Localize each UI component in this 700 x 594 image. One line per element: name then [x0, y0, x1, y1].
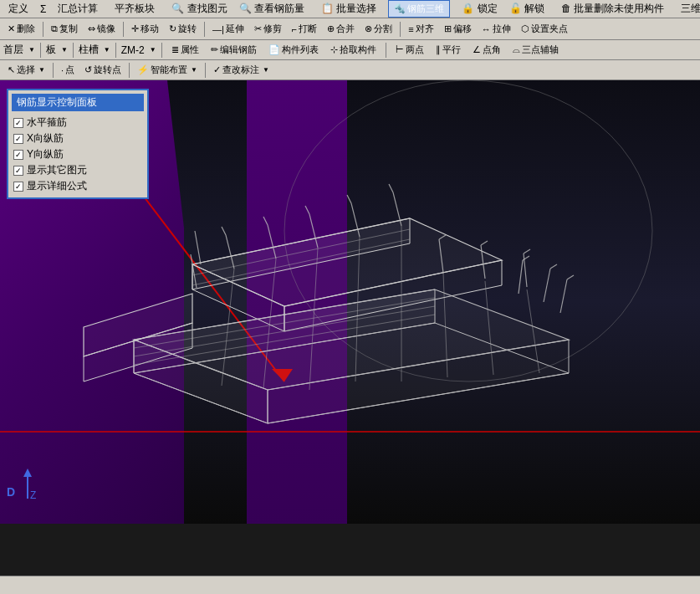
checkbox-2[interactable]: ✓	[13, 150, 23, 160]
purple-column-center	[247, 80, 347, 524]
svg-marker-53	[23, 469, 32, 477]
menu-sigma[interactable]: Σ	[35, 2, 51, 17]
panel-item-3[interactable]: ✓ 显示其它图元	[12, 162, 144, 178]
btn-copy[interactable]: ⧉ 复制	[47, 20, 82, 38]
three-point-icon: ⌓	[513, 44, 520, 55]
menu-lock[interactable]: 🔒 锁定	[457, 0, 502, 18]
split-icon: ⊗	[365, 23, 372, 34]
batch-icon: 📋	[321, 3, 334, 14]
btn-three-point[interactable]: ⌓ 三点辅轴	[508, 41, 563, 59]
btn-set-grip[interactable]: ⬡ 设置夹点	[517, 20, 572, 38]
btn-two-point[interactable]: ⊢ 两点	[391, 41, 428, 59]
sep8	[161, 43, 162, 58]
btn-split[interactable]: ⊗ 分割	[360, 20, 396, 38]
smart-arrow: ▼	[191, 66, 197, 74]
list-icon: 📄	[268, 44, 280, 55]
control-panel-title: 钢筋显示控制面板	[12, 94, 144, 111]
sep5	[40, 43, 41, 58]
btn-delete[interactable]: ✕ 删除	[3, 20, 39, 38]
z-axis: Z	[15, 467, 40, 503]
merge-icon: ⊕	[327, 23, 335, 34]
menu-3d-rebar[interactable]: 🔩 钢筋三维	[388, 0, 450, 18]
btn-smart-layout[interactable]: ⚡ 智能布置 ▼	[133, 61, 202, 79]
btn-component-list[interactable]: 📄 构件列表	[264, 41, 323, 59]
layer-arrow: ▼	[28, 46, 35, 54]
btn-properties[interactable]: ≣ 属性	[167, 41, 203, 59]
menu-3d-view[interactable]: 三维	[676, 0, 700, 18]
panel-item-2[interactable]: ✓ Y向纵筋	[12, 146, 144, 162]
btn-pick-component[interactable]: ⊹ 拾取构件	[326, 41, 381, 59]
btn-trim[interactable]: ✂ 修剪	[250, 20, 286, 38]
menu-batch-select[interactable]: 📋 批量选择	[316, 0, 381, 18]
panel-label-1: X向纵筋	[27, 131, 64, 146]
sep7	[115, 43, 116, 58]
checkbox-3[interactable]: ✓	[13, 166, 23, 176]
rotate-icon: ↻	[169, 23, 176, 34]
btn-stretch[interactable]: ↔ 拉伸	[478, 20, 515, 38]
menu-view-rebar[interactable]: 🔍 查看钢筋量	[234, 0, 309, 18]
checkbox-0[interactable]: ✓	[13, 118, 23, 128]
col-label: 柱槽	[79, 43, 99, 57]
menu-align-panel[interactable]: 平齐板块	[110, 0, 160, 18]
btn-point[interactable]: · 点	[57, 61, 79, 79]
btn-extend[interactable]: —| 延伸	[208, 20, 248, 38]
check-arrow: ▼	[263, 66, 269, 74]
select-toolbar: ↖ 选择 ▼ · 点 ↺ 旋转点 ⚡ 智能布置 ▼ ✓ 查改标注 ▼	[0, 60, 700, 80]
sep4	[400, 22, 401, 37]
layer-toolbar: 首层 ▼ 板 ▼ 柱槽 ▼ ZM-2 ▼ ≣ 属性 ✏ 编辑钢筋 📄 构件列表 …	[0, 40, 700, 60]
panel-item-0[interactable]: ✓ 水平箍筋	[12, 115, 144, 131]
panel-label-3: 显示其它图元	[27, 163, 87, 177]
align-icon: ≡	[408, 24, 413, 34]
select-icon: ↖	[8, 64, 15, 75]
find-icon: 🔍	[171, 3, 184, 14]
panel-item-4[interactable]: ✓ 显示详细公式	[12, 178, 144, 194]
smart-icon: ⚡	[137, 64, 149, 75]
btn-parallel[interactable]: ∥ 平行	[432, 41, 465, 59]
btn-select[interactable]: ↖ 选择 ▼	[3, 61, 49, 79]
menu-summary[interactable]: 汇总计算	[53, 0, 103, 18]
menu-unlock[interactable]: 🔓 解锁	[504, 0, 549, 18]
btn-edit-rebar[interactable]: ✏ 编辑钢筋	[207, 41, 261, 59]
checkbox-4[interactable]: ✓	[13, 182, 23, 192]
menu-batch-delete[interactable]: 🗑 批量删除未使用构件	[556, 0, 669, 18]
btn-rotate[interactable]: ↻ 旋转	[165, 20, 201, 38]
stretch-icon: ↔	[482, 24, 491, 34]
checkbox-1[interactable]: ✓	[13, 134, 23, 144]
d-label: D	[7, 485, 15, 499]
btn-align[interactable]: ≡ 对齐	[404, 20, 437, 38]
view-icon: 🔍	[239, 3, 252, 14]
btn-mirror[interactable]: ⇔ 镜像	[84, 20, 120, 38]
grip-icon: ⬡	[521, 23, 529, 34]
btn-check-annotation[interactable]: ✓ 查改标注 ▼	[209, 61, 273, 79]
props-icon: ≣	[171, 44, 179, 55]
lock-icon: 🔒	[462, 3, 474, 14]
btn-break[interactable]: ⌐ 打断	[288, 20, 321, 38]
extend-icon: —|	[212, 24, 224, 34]
svg-text:Z: Z	[30, 489, 36, 500]
btn-move[interactable]: ✛ 移动	[127, 20, 163, 38]
two-point-icon: ⊢	[396, 44, 404, 55]
pick-icon: ⊹	[330, 44, 338, 55]
trim-icon: ✂	[254, 23, 262, 34]
btn-merge[interactable]: ⊕ 合并	[323, 20, 359, 38]
btn-point-angle[interactable]: ∠ 点角	[468, 41, 505, 59]
mirror-icon: ⇔	[88, 23, 95, 34]
btn-rotate-point[interactable]: ↺ 旋转点	[80, 61, 125, 79]
panel-label-4: 显示详细公式	[27, 179, 87, 193]
menu-find-element[interactable]: 🔍 查找图元	[166, 0, 232, 18]
type-label: 板	[46, 43, 56, 57]
panel-item-1[interactable]: ✓ X向纵筋	[12, 131, 144, 146]
batch-delete-icon: 🗑	[561, 3, 571, 14]
viewport: D Z 钢筋显示控制面板 ✓ 水平箍筋 ✓ X向纵筋 ✓ Y向纵筋 ✓ 显示其它…	[0, 80, 700, 524]
sep12	[205, 63, 206, 78]
panel-label-2: Y向纵筋	[27, 147, 64, 161]
rotate-point-icon: ↺	[84, 64, 92, 75]
angle-icon: ∠	[473, 44, 481, 55]
sep9	[386, 43, 386, 58]
offset-icon: ⊞	[444, 23, 452, 34]
btn-offset[interactable]: ⊞ 偏移	[440, 20, 476, 38]
menu-define[interactable]: 定义	[3, 0, 33, 18]
move-icon: ✛	[131, 23, 139, 34]
sep11	[129, 63, 130, 78]
edit-toolbar: ✕ 删除 ⧉ 复制 ⇔ 镜像 ✛ 移动 ↻ 旋转 —| 延伸 ✂ 修剪 ⌐ 打断…	[0, 18, 700, 40]
